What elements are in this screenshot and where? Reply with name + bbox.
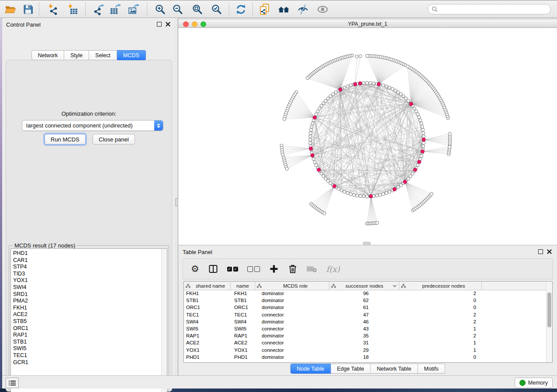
- tab-network[interactable]: Network: [31, 50, 64, 60]
- mcds-result-item[interactable]: PHD1: [11, 250, 167, 257]
- export-image-icon[interactable]: [128, 3, 140, 15]
- close-panel-icon[interactable]: [547, 249, 552, 254]
- mcds-result-item[interactable]: STB1: [11, 339, 167, 346]
- tab-style[interactable]: Style: [64, 50, 89, 60]
- tab-mcds[interactable]: MCDS: [117, 50, 146, 60]
- delete-table-icon: [307, 263, 317, 275]
- show-all-icon[interactable]: [316, 3, 329, 15]
- cell-predecessor_nodes: 0: [399, 354, 482, 360]
- mcds-result-item[interactable]: SWI4: [11, 284, 167, 291]
- table-row[interactable]: ORC1ORC1dominator610: [184, 304, 547, 311]
- table-row[interactable]: STB1STB1dominator620: [184, 297, 547, 304]
- network-canvas[interactable]: [178, 28, 557, 245]
- control-panel-title: Control Panel: [6, 21, 41, 28]
- table-row[interactable]: RAP1RAP1dominator352: [184, 332, 547, 339]
- select-all-icon[interactable]: ✓✓: [227, 263, 238, 275]
- table-row[interactable]: YOX1YOX1connector291: [184, 347, 547, 354]
- cell-mcds_role: connector: [255, 347, 329, 353]
- task-history-icon[interactable]: [6, 378, 19, 388]
- search-input[interactable]: [438, 6, 550, 13]
- export-table-icon[interactable]: [109, 3, 121, 15]
- close-panel-button[interactable]: Close panel: [93, 134, 135, 144]
- zoom-out-icon[interactable]: [171, 3, 183, 15]
- column-header-shared-name[interactable]: shared name: [184, 282, 231, 290]
- cell-name: ORC1: [231, 305, 255, 310]
- mcds-result-item[interactable]: PMA2: [11, 298, 167, 305]
- tab-node-table[interactable]: Node Table: [290, 364, 331, 374]
- mcds-result-item[interactable]: ACE2: [11, 311, 167, 318]
- split-view-icon[interactable]: [208, 263, 218, 275]
- cell-shared_name: ACE2: [184, 340, 231, 345]
- close-panel-icon[interactable]: [166, 22, 170, 27]
- node-table[interactable]: shared namenameMCDS rolesuccessor nodesp…: [183, 281, 553, 363]
- column-header-predecessor-nodes[interactable]: predecessor nodes: [399, 282, 482, 290]
- vertical-splitter[interactable]: [175, 18, 178, 375]
- open-file-icon[interactable]: [4, 3, 16, 15]
- tab-edge-table[interactable]: Edge Table: [331, 364, 370, 374]
- column-header-successor-nodes[interactable]: successor nodes: [329, 282, 399, 290]
- network-window-titlebar[interactable]: YPA_prune.txt_1: [178, 20, 557, 28]
- cell-successor_nodes: 62: [329, 298, 399, 303]
- zoom-in-icon[interactable]: [154, 3, 166, 15]
- mcds-result-item[interactable]: ORC1: [11, 325, 167, 332]
- mcds-result-item[interactable]: RAP1: [11, 332, 167, 339]
- zoom-fit-icon[interactable]: [191, 3, 203, 15]
- zoom-selected-icon[interactable]: [210, 3, 222, 15]
- mcds-result-item[interactable]: GCR1: [11, 359, 167, 366]
- mcds-result-item[interactable]: TEC1: [11, 352, 167, 359]
- table-settings-icon[interactable]: ⚙: [191, 263, 199, 275]
- cell-mcds_role: dominator: [255, 333, 329, 338]
- mcds-result-item[interactable]: STB5: [11, 318, 167, 325]
- mcds-result-item[interactable]: TID3: [11, 271, 167, 278]
- hide-selected-icon[interactable]: [297, 3, 309, 15]
- table-row[interactable]: SWI5SWI5connector431: [184, 325, 547, 332]
- toolbar-separator: [85, 3, 86, 16]
- table-scrollbar[interactable]: [546, 282, 552, 362]
- table-row[interactable]: PHD1PHD1dominator180: [184, 354, 547, 361]
- table-row[interactable]: FKH1FKH1dominator962: [184, 290, 547, 297]
- mcds-result-item[interactable]: CAR1: [11, 257, 167, 264]
- splitter-handle[interactable]: [175, 198, 178, 206]
- cell-predecessor_nodes: 2: [399, 312, 482, 317]
- function-builder-icon: f(x): [326, 263, 340, 275]
- criterion-dropdown[interactable]: largest connected component (undirected): [22, 120, 163, 131]
- import-network-icon[interactable]: [47, 3, 59, 15]
- mcds-result-item[interactable]: YOX1: [11, 277, 167, 284]
- refresh-icon[interactable]: [235, 3, 247, 15]
- cell-mcds_role: dominator: [255, 291, 329, 296]
- tab-network-table[interactable]: Network Table: [371, 364, 418, 374]
- export-network-icon[interactable]: [93, 3, 105, 15]
- table-row[interactable]: ACE2ACE2connector311: [184, 339, 547, 346]
- deselect-all-icon[interactable]: [247, 263, 260, 275]
- cell-shared_name: PHD1: [184, 354, 231, 360]
- cell-name: ACE2: [231, 340, 255, 345]
- first-neighbors-icon[interactable]: [277, 3, 290, 15]
- import-table-icon[interactable]: [66, 3, 79, 15]
- cell-predecessor_nodes: 2: [399, 319, 482, 324]
- run-mcds-button[interactable]: Run MCDS: [45, 134, 86, 144]
- table-row[interactable]: SWI4SWI4dominator462: [184, 318, 547, 325]
- tab-select[interactable]: Select: [89, 50, 117, 60]
- search-field[interactable]: [428, 4, 551, 14]
- result-scrollbar[interactable]: [161, 249, 167, 392]
- add-column-icon[interactable]: [269, 263, 279, 275]
- main-toolbar: [0, 0, 557, 18]
- float-panel-icon[interactable]: [538, 249, 543, 254]
- network-window-title: YPA_prune.txt_1: [178, 21, 557, 27]
- column-header-MCDS-role[interactable]: MCDS role: [255, 282, 329, 290]
- delete-column-icon[interactable]: [288, 263, 298, 275]
- tab-motifs[interactable]: Motifs: [418, 364, 445, 374]
- save-session-icon[interactable]: [22, 3, 34, 15]
- mcds-result-list[interactable]: PHD1CAR1STP4TID3YOX1SWI4SRD1PMA2FKH1ACE2…: [10, 248, 167, 392]
- mcds-result-item[interactable]: FKH1: [11, 305, 167, 312]
- scrollbar-thumb[interactable]: [547, 292, 551, 327]
- column-header-name[interactable]: name: [231, 282, 255, 290]
- memory-button[interactable]: Memory: [515, 378, 553, 388]
- mcds-result-item[interactable]: SRD1: [11, 291, 167, 298]
- copy-network-icon[interactable]: [259, 3, 271, 15]
- mcds-result-item[interactable]: SWI5: [11, 345, 167, 352]
- mcds-result-item[interactable]: STP4: [11, 264, 167, 271]
- table-row[interactable]: TEC1TEC1connector472: [184, 311, 547, 318]
- float-panel-icon[interactable]: [157, 22, 162, 27]
- cell-predecessor_nodes: 0: [399, 298, 482, 303]
